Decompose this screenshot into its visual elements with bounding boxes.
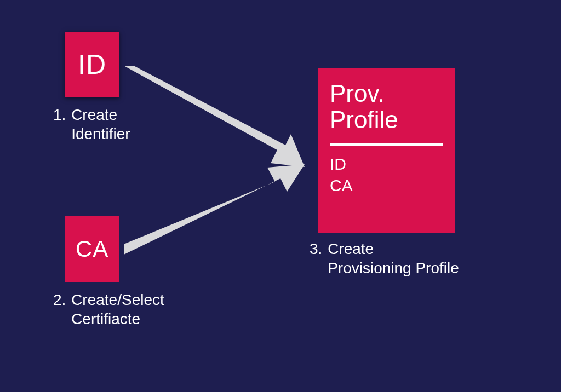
provisioning-profile-box: Prov. Profile ID CA: [318, 68, 455, 233]
caption-id-num: 1.: [53, 105, 66, 124]
caption-ca-num: 2.: [53, 290, 66, 309]
prov-divider: [330, 143, 443, 146]
svg-marker-1: [124, 164, 305, 255]
caption-prov-line1: Create: [328, 240, 374, 257]
caption-ca: 2. Create/Select Certifiacte: [53, 290, 164, 328]
caption-ca-line2: Certifiacte: [71, 310, 140, 327]
arrow-id-to-prov-icon: [124, 66, 305, 175]
caption-id-line2: Identifier: [71, 125, 130, 142]
prov-title: Prov. Profile: [330, 80, 443, 134]
caption-id: 1. Create Identifier: [53, 105, 130, 143]
id-box-label: ID: [78, 49, 106, 80]
ca-box-label: CA: [76, 236, 108, 262]
prov-title-line2: Profile: [330, 106, 398, 133]
prov-title-line1: Prov.: [330, 80, 384, 107]
prov-sub-id: ID: [330, 155, 346, 173]
caption-prov-num: 3.: [310, 239, 322, 258]
prov-sub-ca: CA: [330, 176, 353, 194]
caption-prov: 3. Create Provisioning Profile: [310, 239, 459, 278]
id-box: ID: [65, 32, 119, 97]
caption-id-line1: Create: [71, 106, 117, 123]
ca-box: CA: [65, 216, 119, 282]
svg-marker-0: [124, 66, 305, 167]
prov-sub: ID CA: [330, 153, 443, 196]
caption-prov-line2: Provisioning Profile: [328, 260, 459, 276]
caption-ca-line1: Create/Select: [71, 291, 164, 308]
arrow-ca-to-prov-icon: [124, 164, 305, 274]
